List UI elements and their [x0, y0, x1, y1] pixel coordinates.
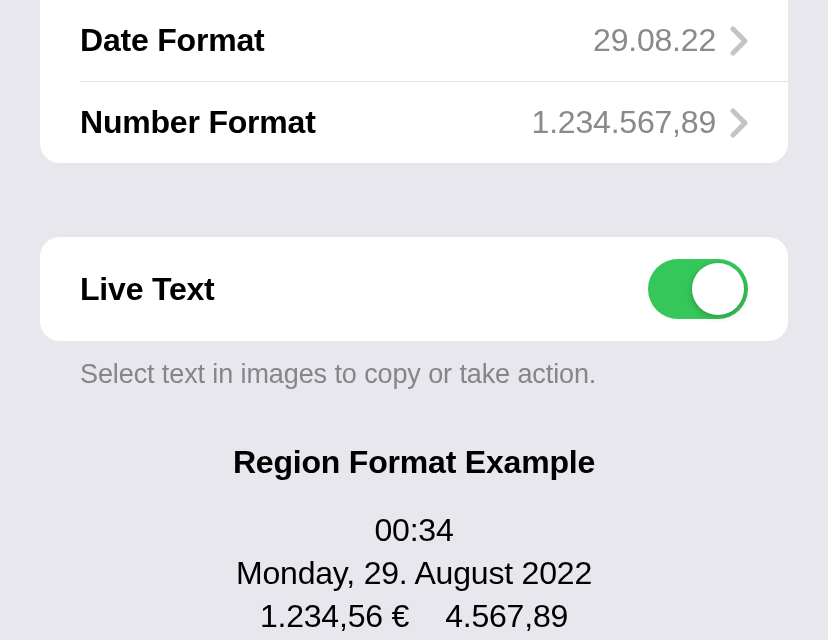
number-format-value: 1.234.567,89	[532, 104, 716, 141]
date-format-row[interactable]: Date Format 29.08.22	[40, 0, 788, 81]
number-format-row[interactable]: Number Format 1.234.567,89	[40, 82, 788, 163]
live-text-label: Live Text	[80, 271, 215, 308]
chevron-right-icon	[730, 26, 748, 56]
example-body: 00:34 Monday, 29. August 2022 1.234,56 €…	[40, 509, 788, 639]
example-time: 00:34	[40, 509, 788, 552]
number-format-label: Number Format	[80, 104, 316, 141]
toggle-knob	[692, 263, 744, 315]
region-format-example: Region Format Example 00:34 Monday, 29. …	[40, 444, 788, 639]
live-text-card: Live Text	[40, 237, 788, 341]
chevron-right-icon	[730, 108, 748, 138]
example-currency: 1.234,56 €	[260, 595, 409, 638]
date-format-value: 29.08.22	[593, 22, 716, 59]
example-number: 4.567,89	[445, 595, 568, 638]
date-format-label: Date Format	[80, 22, 265, 59]
live-text-row: Live Text	[40, 237, 788, 341]
live-text-toggle[interactable]	[648, 259, 748, 319]
example-date: Monday, 29. August 2022	[40, 552, 788, 595]
example-title: Region Format Example	[40, 444, 788, 481]
format-settings-card: Date Format 29.08.22 Number Format 1.234…	[40, 0, 788, 163]
live-text-caption: Select text in images to copy or take ac…	[40, 341, 788, 390]
